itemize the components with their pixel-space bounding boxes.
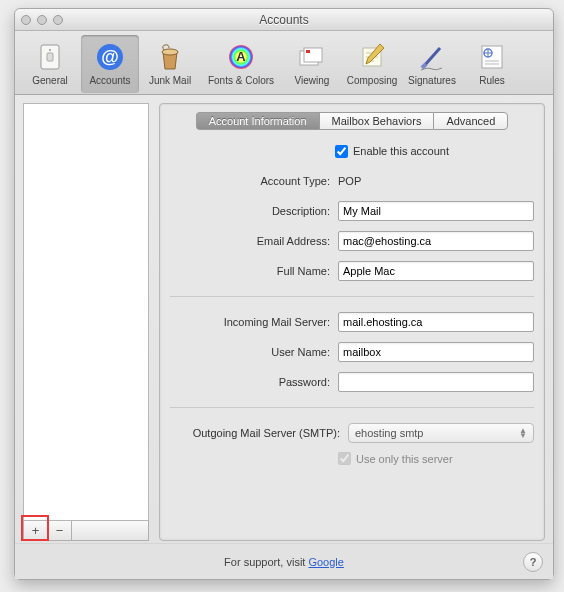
- toolbar: General @ Accounts Junk Mail A Fonts & C…: [15, 31, 553, 95]
- smtp-select[interactable]: ehosting smtp ▲▼: [348, 423, 534, 443]
- password-label: Password:: [170, 376, 330, 388]
- full-name-label: Full Name:: [170, 265, 330, 277]
- rules-icon: [476, 41, 508, 73]
- footer-text: For support, visit Google: [224, 556, 344, 568]
- toolbar-item-fonts-colors[interactable]: A Fonts & Colors: [201, 35, 281, 93]
- svg-rect-10: [306, 50, 310, 53]
- svg-point-5: [162, 49, 178, 55]
- titlebar: Accounts: [15, 9, 553, 31]
- account-type-value: POP: [338, 175, 534, 187]
- toolbar-label: General: [32, 75, 68, 86]
- toolbar-label: Junk Mail: [149, 75, 191, 86]
- username-label: User Name:: [170, 346, 330, 358]
- password-input[interactable]: [338, 372, 534, 392]
- panel-tabs: Account Information Mailbox Behaviors Ad…: [196, 112, 509, 130]
- window-title: Accounts: [15, 13, 553, 27]
- use-only-server-label: Use only this server: [356, 453, 453, 465]
- account-type-label: Account Type:: [170, 175, 330, 187]
- full-name-input[interactable]: [338, 261, 534, 281]
- remove-account-button[interactable]: −: [48, 521, 72, 540]
- enable-account-checkbox-label[interactable]: Enable this account: [335, 145, 449, 158]
- toolbar-label: Fonts & Colors: [208, 75, 274, 86]
- toolbar-label: Rules: [479, 75, 505, 86]
- zoom-window-button[interactable]: [53, 15, 63, 25]
- divider: [170, 407, 534, 408]
- tab-account-information[interactable]: Account Information: [196, 112, 319, 130]
- accounts-list[interactable]: [23, 103, 149, 521]
- palette-icon: A: [225, 41, 257, 73]
- smtp-label: Outgoing Mail Server (SMTP):: [170, 427, 340, 439]
- toolbar-item-general[interactable]: General: [21, 35, 79, 93]
- toolbar-label: Composing: [347, 75, 398, 86]
- svg-text:A: A: [236, 49, 246, 64]
- minimize-window-button[interactable]: [37, 15, 47, 25]
- account-panel: Account Information Mailbox Behaviors Ad…: [159, 103, 545, 541]
- window-controls: [21, 15, 63, 25]
- help-button[interactable]: ?: [523, 552, 543, 572]
- toolbar-label: Signatures: [408, 75, 456, 86]
- sidebar-btn-spacer: [72, 521, 148, 540]
- tab-advanced[interactable]: Advanced: [433, 112, 508, 130]
- toolbar-label: Viewing: [295, 75, 330, 86]
- preferences-window: Accounts General @ Accounts Junk Mail A: [14, 8, 554, 580]
- incoming-server-input[interactable]: [338, 312, 534, 332]
- close-window-button[interactable]: [21, 15, 31, 25]
- compose-icon: [356, 41, 388, 73]
- support-link[interactable]: Google: [308, 556, 343, 568]
- username-input[interactable]: [338, 342, 534, 362]
- svg-rect-15: [482, 46, 502, 68]
- trash-icon: [154, 41, 186, 73]
- add-account-button[interactable]: +: [24, 521, 48, 540]
- footer: For support, visit Google ?: [15, 543, 553, 579]
- smtp-selected-value: ehosting smtp: [355, 427, 423, 439]
- enable-account-text: Enable this account: [353, 145, 449, 157]
- toolbar-label: Accounts: [89, 75, 130, 86]
- pen-icon: [416, 41, 448, 73]
- enable-account-checkbox[interactable]: [335, 145, 348, 158]
- svg-rect-1: [47, 53, 53, 61]
- use-only-server-checkbox[interactable]: [338, 452, 351, 465]
- email-address-input[interactable]: [338, 231, 534, 251]
- email-address-label: Email Address:: [170, 235, 330, 247]
- incoming-server-label: Incoming Mail Server:: [170, 316, 330, 328]
- toolbar-item-accounts[interactable]: @ Accounts: [81, 35, 139, 93]
- svg-text:@: @: [101, 47, 119, 67]
- toolbar-item-rules[interactable]: Rules: [463, 35, 521, 93]
- toolbar-item-viewing[interactable]: Viewing: [283, 35, 341, 93]
- toolbar-item-signatures[interactable]: Signatures: [403, 35, 461, 93]
- svg-point-2: [49, 49, 51, 51]
- chevron-updown-icon: ▲▼: [519, 428, 527, 438]
- switch-icon: [34, 41, 66, 73]
- toolbar-item-composing[interactable]: Composing: [343, 35, 401, 93]
- toolbar-item-junk[interactable]: Junk Mail: [141, 35, 199, 93]
- description-input[interactable]: [338, 201, 534, 221]
- at-icon: @: [94, 41, 126, 73]
- description-label: Description:: [170, 205, 330, 217]
- tab-mailbox-behaviors[interactable]: Mailbox Behaviors: [319, 112, 434, 130]
- divider: [170, 296, 534, 297]
- cards-icon: [296, 41, 328, 73]
